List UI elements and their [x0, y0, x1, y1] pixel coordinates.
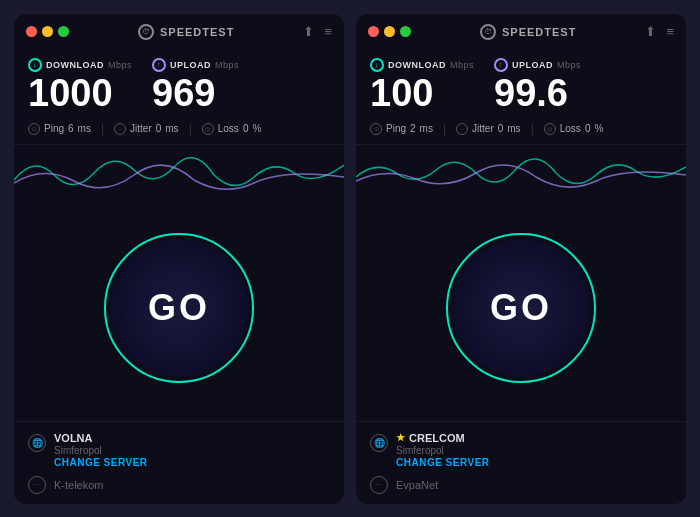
- go-area-right: GO: [356, 195, 686, 421]
- download-label-right: ↓ DOWNLOAD Mbps: [370, 58, 474, 72]
- upload-group-right: ↑ UPLOAD Mbps 99.6: [494, 58, 581, 112]
- dot-red-left[interactable]: [26, 26, 37, 37]
- stats-bar-left: ↓ DOWNLOAD Mbps 1000 ↑ UPLOAD Mbps 969: [14, 50, 344, 118]
- download-icon-right: ↓: [370, 58, 384, 72]
- change-server-button-right[interactable]: CHANGE SERVER: [396, 457, 490, 468]
- upload-icon-left: ↑: [152, 58, 166, 72]
- go-button-left[interactable]: GO: [104, 233, 254, 383]
- server-name-text-right: CRELCOM: [409, 432, 465, 444]
- titlebar-icons-right: ⬆ ≡: [645, 24, 674, 39]
- loss-pct-right: %: [594, 123, 603, 134]
- traffic-lights-right: [368, 26, 411, 37]
- loss-value-left: 0: [243, 123, 249, 134]
- change-server-button-left[interactable]: CHANGE SERVER: [54, 457, 148, 468]
- ping-label-left: Ping: [44, 123, 64, 134]
- ping-value-left: 6: [68, 123, 74, 134]
- loss-item-right: ◎ Loss 0 %: [544, 123, 604, 135]
- server-globe-icon-right: 🌐: [370, 434, 388, 452]
- jitter-value-left: 0: [156, 123, 162, 134]
- server-city-left: Simferopol: [54, 445, 148, 456]
- download-group-right: ↓ DOWNLOAD Mbps 100: [370, 58, 474, 112]
- upload-label-right: ↑ UPLOAD Mbps: [494, 58, 581, 72]
- loss-label-left: Loss: [218, 123, 239, 134]
- server-details-right: ★ CRELCOM Simferopol CHANGE SERVER: [396, 432, 490, 468]
- jitter-value-right: 0: [498, 123, 504, 134]
- server-name-text-left: VOLNA: [54, 432, 93, 444]
- download-value-left: 1000: [28, 74, 132, 112]
- upload-value-right: 99.6: [494, 74, 581, 112]
- ping-label-right: Ping: [386, 123, 406, 134]
- download-text-right: DOWNLOAD: [388, 60, 446, 70]
- jitter-item-right: ~ Jitter 0 ms: [456, 123, 521, 135]
- download-group-left: ↓ DOWNLOAD Mbps 1000: [28, 58, 132, 112]
- isp-info-right: ··· EvpaNet: [370, 476, 672, 494]
- ping-icon-left: ⊙: [28, 123, 40, 135]
- upload-group-left: ↑ UPLOAD Mbps 969: [152, 58, 239, 112]
- sep2-right: |: [531, 122, 534, 136]
- download-text-left: DOWNLOAD: [46, 60, 104, 70]
- server-info-right: 🌐 ★ CRELCOM Simferopol CHANGE SERVER: [370, 432, 672, 468]
- upload-text-left: UPLOAD: [170, 60, 211, 70]
- ping-bar-right: ⊙ Ping 2 ms | ~ Jitter 0 ms | ◎ Loss 0 %: [356, 118, 686, 145]
- go-button-right[interactable]: GO: [446, 233, 596, 383]
- right-window: ⏱ SPEEDTEST ⬆ ≡ ↓ DOWNLOAD Mbps 100 ↑ UP…: [356, 14, 686, 504]
- wave-area-right: [356, 145, 686, 195]
- bottom-section-left: 🌐 VOLNA Simferopol CHANGE SERVER ··· K-t…: [14, 421, 344, 504]
- sep1-left: |: [101, 122, 104, 136]
- jitter-icon-left: ~: [114, 123, 126, 135]
- download-value-right: 100: [370, 74, 474, 112]
- titlebar-icons-left: ⬆ ≡: [303, 24, 332, 39]
- wave-svg-left: [14, 145, 344, 195]
- wave-area-left: [14, 145, 344, 195]
- server-info-left: 🌐 VOLNA Simferopol CHANGE SERVER: [28, 432, 330, 468]
- loss-pct-left: %: [252, 123, 261, 134]
- download-label-left: ↓ DOWNLOAD Mbps: [28, 58, 132, 72]
- titlebar-left: ⏱ SPEEDTEST ⬆ ≡: [14, 14, 344, 50]
- ping-item-left: ⊙ Ping 6 ms: [28, 123, 91, 135]
- upload-icon-right: ↑: [494, 58, 508, 72]
- titlebar-right: ⏱ SPEEDTEST ⬆ ≡: [356, 14, 686, 50]
- server-city-right: Simferopol: [396, 445, 490, 456]
- ping-value-right: 2: [410, 123, 416, 134]
- download-unit-left: Mbps: [108, 60, 132, 70]
- loss-icon-left: ◎: [202, 123, 214, 135]
- loss-label-right: Loss: [560, 123, 581, 134]
- upload-unit-left: Mbps: [215, 60, 239, 70]
- loss-value-right: 0: [585, 123, 591, 134]
- upload-value-left: 969: [152, 74, 239, 112]
- dot-red-right[interactable]: [368, 26, 379, 37]
- loss-item-left: ◎ Loss 0 %: [202, 123, 262, 135]
- wave-svg-right: [356, 145, 686, 195]
- server-globe-icon-left: 🌐: [28, 434, 46, 452]
- jitter-icon-right: ~: [456, 123, 468, 135]
- dot-green-right[interactable]: [400, 26, 411, 37]
- go-text-right: GO: [490, 287, 552, 329]
- window-title-left: SPEEDTEST: [160, 26, 234, 38]
- share-icon-left[interactable]: ⬆: [303, 24, 314, 39]
- dot-yellow-left[interactable]: [42, 26, 53, 37]
- dot-green-left[interactable]: [58, 26, 69, 37]
- server-name-right: ★ CRELCOM: [396, 432, 490, 444]
- server-name-left: VOLNA: [54, 432, 148, 444]
- jitter-item-left: ~ Jitter 0 ms: [114, 123, 179, 135]
- settings-icon-left[interactable]: ≡: [324, 24, 332, 39]
- isp-icon-right: ···: [370, 476, 388, 494]
- stats-bar-right: ↓ DOWNLOAD Mbps 100 ↑ UPLOAD Mbps 99.6: [356, 50, 686, 118]
- sep1-right: |: [443, 122, 446, 136]
- sep2-left: |: [189, 122, 192, 136]
- window-title-right: SPEEDTEST: [502, 26, 576, 38]
- share-icon-right[interactable]: ⬆: [645, 24, 656, 39]
- ping-bar-left: ⊙ Ping 6 ms | ~ Jitter 0 ms | ◎ Loss 0 %: [14, 118, 344, 145]
- server-details-left: VOLNA Simferopol CHANGE SERVER: [54, 432, 148, 468]
- jitter-label-left: Jitter: [130, 123, 152, 134]
- jitter-ms-right: ms: [507, 123, 520, 134]
- ping-ms-left: ms: [78, 123, 91, 134]
- settings-icon-right[interactable]: ≡: [666, 24, 674, 39]
- jitter-label-right: Jitter: [472, 123, 494, 134]
- upload-label-left: ↑ UPLOAD Mbps: [152, 58, 239, 72]
- upload-unit-right: Mbps: [557, 60, 581, 70]
- ping-icon-right: ⊙: [370, 123, 382, 135]
- dot-yellow-right[interactable]: [384, 26, 395, 37]
- star-icon-right: ★: [396, 432, 405, 443]
- isp-name-left: K-telekom: [54, 479, 104, 491]
